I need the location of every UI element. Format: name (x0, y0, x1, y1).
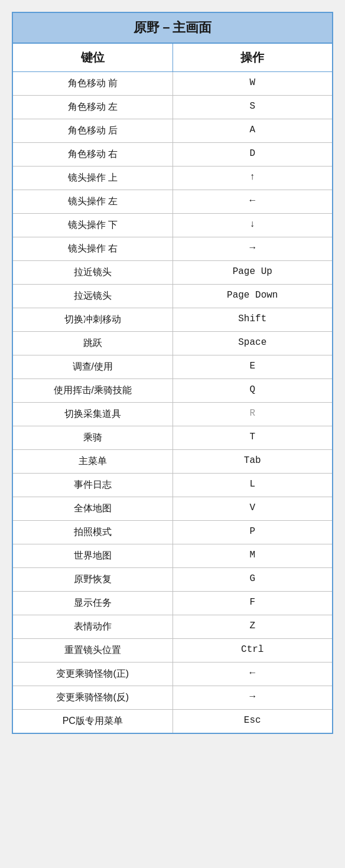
action-cell: Shift (173, 308, 333, 331)
key-cell: 拍照模式 (13, 521, 173, 544)
key-cell: 事件日志 (13, 474, 173, 497)
action-cell: Page Down (173, 285, 333, 308)
key-cell: 变更乘骑怪物(反) (13, 686, 173, 709)
action-cell: Esc (173, 710, 333, 733)
rows-container: 角色移动 前W角色移动 左S角色移动 后A角色移动 右D镜头操作 上↑镜头操作 … (13, 72, 332, 733)
key-cell: 镜头操作 左 (13, 190, 173, 213)
action-cell: A (173, 119, 333, 142)
action-cell: S (173, 96, 333, 119)
key-cell: 显示任务 (13, 592, 173, 615)
key-cell: 世界地图 (13, 544, 173, 567)
table-row: PC版专用菜单Esc (13, 710, 332, 733)
key-cell: 角色移动 右 (13, 143, 173, 166)
key-cell: 角色移动 后 (13, 119, 173, 142)
key-cell: 使用挥击/乘骑技能 (13, 379, 173, 402)
key-cell: 切换冲刺移动 (13, 308, 173, 331)
key-cell: 调查/使用 (13, 355, 173, 378)
action-cell: ↑ (173, 167, 333, 190)
table-row: 显示任务F (13, 592, 332, 615)
action-cell: → (173, 237, 333, 260)
action-cell: ↓ (173, 214, 333, 237)
table-row: 角色移动 后A (13, 119, 332, 143)
key-cell: 表情动作 (13, 615, 173, 638)
action-cell: W (173, 72, 333, 95)
key-cell: PC版专用菜单 (13, 710, 173, 733)
table-title: 原野－主画面 (13, 13, 332, 44)
action-cell: L (173, 474, 333, 497)
action-cell: Z (173, 615, 333, 638)
key-cell: 全体地图 (13, 497, 173, 520)
key-cell: 镜头操作 右 (13, 237, 173, 260)
action-cell: Q (173, 379, 333, 402)
table-row: 乘骑T (13, 426, 332, 450)
keybind-table: 原野－主画面 键位 操作 角色移动 前W角色移动 左S角色移动 后A角色移动 右… (12, 12, 333, 734)
action-cell: M (173, 544, 333, 567)
table-row: 原野恢复G (13, 568, 332, 592)
table-row: 镜头操作 下↓ (13, 214, 332, 237)
key-cell: 拉远镜头 (13, 285, 173, 308)
action-cell: Tab (173, 450, 333, 473)
table-row: 镜头操作 右→ (13, 237, 332, 261)
action-cell: P (173, 521, 333, 544)
table-row: 角色移动 前W (13, 72, 332, 96)
key-cell: 拉近镜头 (13, 261, 173, 284)
action-cell: E (173, 355, 333, 378)
action-cell: Space (173, 332, 333, 355)
header-action: 操作 (173, 44, 333, 71)
key-cell: 镜头操作 下 (13, 214, 173, 237)
key-cell: 镜头操作 上 (13, 167, 173, 190)
table-row: 主菜单Tab (13, 450, 332, 474)
key-cell: 切换采集道具 (13, 403, 173, 426)
key-cell: 乘骑 (13, 426, 173, 449)
action-cell: Ctrl (173, 639, 333, 662)
action-cell: G (173, 568, 333, 591)
table-row: 镜头操作 左← (13, 190, 332, 214)
key-cell: 重置镜头位置 (13, 639, 173, 662)
action-cell: R (173, 403, 333, 426)
table-row: 拉远镜头Page Down (13, 285, 332, 308)
action-cell: F (173, 592, 333, 615)
table-row: 表情动作Z (13, 615, 332, 639)
key-cell: 跳跃 (13, 332, 173, 355)
key-cell: 原野恢复 (13, 568, 173, 591)
table-row: 拍照模式P (13, 521, 332, 544)
table-row: 角色移动 左S (13, 96, 332, 119)
table-row: 世界地图M (13, 544, 332, 568)
table-row: 角色移动 右D (13, 143, 332, 167)
table-row: 镜头操作 上↑ (13, 167, 332, 190)
header-row: 键位 操作 (13, 44, 332, 72)
table-row: 切换冲刺移动Shift (13, 308, 332, 332)
key-cell: 角色移动 前 (13, 72, 173, 95)
action-cell: T (173, 426, 333, 449)
action-cell: D (173, 143, 333, 166)
table-row: 切换采集道具R (13, 403, 332, 426)
table-row: 事件日志L (13, 474, 332, 497)
key-cell: 主菜单 (13, 450, 173, 473)
table-row: 跳跃Space (13, 332, 332, 355)
table-row: 拉近镜头Page Up (13, 261, 332, 285)
table-row: 变更乘骑怪物(正)← (13, 663, 332, 686)
table-row: 重置镜头位置Ctrl (13, 639, 332, 663)
action-cell: Page Up (173, 261, 333, 284)
action-cell: ← (173, 190, 333, 213)
table-row: 变更乘骑怪物(反)→ (13, 686, 332, 710)
table-row: 全体地图V (13, 497, 332, 521)
table-row: 使用挥击/乘骑技能Q (13, 379, 332, 403)
action-cell: V (173, 497, 333, 520)
key-cell: 角色移动 左 (13, 96, 173, 119)
action-cell: ← (173, 663, 333, 686)
key-cell: 变更乘骑怪物(正) (13, 663, 173, 686)
table-row: 调查/使用E (13, 355, 332, 379)
action-cell: → (173, 686, 333, 709)
header-key: 键位 (13, 44, 173, 71)
